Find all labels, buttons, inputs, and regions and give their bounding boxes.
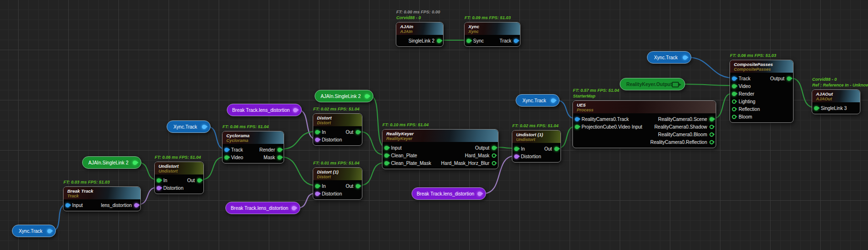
hollow-port-pin-green[interactable] — [732, 107, 736, 111]
input-group: In — [316, 130, 326, 135]
hollow-port-pin-green[interactable] — [732, 115, 736, 119]
port-pin-green[interactable] — [732, 92, 736, 96]
port-pin-purple[interactable] — [514, 154, 519, 159]
wire-green[interactable] — [281, 131, 316, 149]
node-ajaout[interactable]: AJAOutAJAOutSingleLink 3 — [812, 89, 860, 114]
pill-port-pin-blue[interactable] — [202, 125, 206, 129]
wire-blue[interactable] — [688, 57, 733, 78]
port-pin-green[interactable] — [197, 178, 201, 183]
node-realitykeyer[interactable]: RealityKeyerRealityKeyerInputOutputClean… — [382, 129, 498, 169]
node-subtitle: Track — [67, 194, 137, 198]
port-pin-green[interactable] — [157, 178, 161, 183]
pill-xync-track-bottom-left[interactable]: Xync.Track — [12, 225, 56, 237]
hollow-port-pin-green[interactable] — [492, 153, 496, 158]
port-pin-green[interactable] — [514, 147, 519, 151]
port-pin-green[interactable] — [356, 184, 360, 188]
node-ue5[interactable]: UE5ProcessRealityCamera0.TrackRealityCam… — [572, 100, 716, 148]
annotation-line: FT: 0.09 ms FPS: 51.03 — [465, 15, 511, 21]
pill-break-track-lens-distortion-bottom[interactable]: Break Track.lens_distortion — [412, 187, 486, 200]
port-label: Track — [499, 38, 511, 43]
port-pin-green[interactable] — [787, 76, 791, 81]
node-ajain[interactable]: AJAInAJAInSingleLink 2 — [396, 22, 444, 47]
node-xync[interactable]: XyncXyncSyncTrack — [464, 22, 520, 47]
hollow-port-pin-green[interactable] — [492, 161, 496, 165]
hollow-port-pin-green[interactable] — [709, 125, 714, 129]
wire-green[interactable] — [359, 163, 385, 185]
port-pin-green[interactable] — [224, 155, 229, 160]
wire-green[interactable] — [685, 84, 733, 86]
annotation-line: Corvid88 - 0 — [812, 76, 868, 82]
port-pin-green[interactable] — [384, 146, 389, 150]
port-pin-green[interactable] — [709, 117, 714, 121]
port-pin-green[interactable] — [466, 39, 471, 43]
node-header: RealityKeyerRealityKeyer — [382, 130, 498, 142]
node-title: Undistort (1) — [516, 132, 557, 137]
port-pin-green[interactable] — [492, 146, 496, 150]
output-group: Mask — [264, 155, 281, 160]
node-header: CycloramaCyclorama — [222, 131, 284, 144]
pill-xync-track-ue5[interactable]: Xync.Track — [516, 94, 560, 107]
node-cyclorama[interactable]: CycloramaCycloramaTrackRenderVideoMask — [222, 131, 284, 163]
pill-realitykeyer-output[interactable]: RealityKeyer.Output — [620, 78, 685, 90]
wire-green[interactable] — [359, 131, 385, 155]
output-group: RealityCamera0.Reflection — [650, 140, 713, 145]
input-group: Track — [225, 147, 243, 152]
node-break-track[interactable]: Break TrackTrackInputlens_distortion — [63, 186, 141, 211]
node-distort-1[interactable]: Distort (1)DistortInOutDistortion — [313, 167, 362, 200]
pill-xync-track-top-right[interactable]: Xync.Track — [647, 51, 691, 64]
pill-port-pin-blue[interactable] — [551, 98, 555, 103]
pill-xync-track-mid-left[interactable]: Xync.Track — [167, 120, 211, 133]
pill-port-pin-purple[interactable] — [477, 192, 482, 196]
pill-port-pin-purple[interactable] — [292, 206, 296, 210]
pill-port-pin-green[interactable] — [133, 161, 137, 165]
port-pin-green[interactable] — [356, 130, 360, 134]
hollow-port-pin-green[interactable] — [709, 132, 714, 137]
port-pin-green[interactable] — [384, 161, 389, 165]
port-row: InputOutput — [382, 144, 498, 152]
pill-ajain-singlelink2-top[interactable]: AJAIn.SingleLink 2 — [315, 90, 373, 102]
node-compositepasses[interactable]: CompositePassesCompositePassesTrackOutpu… — [730, 60, 794, 123]
node-distort[interactable]: DistortDistortInOutDistortion — [313, 113, 362, 146]
port-pin-green[interactable] — [277, 148, 282, 152]
port-pin-green[interactable] — [575, 125, 579, 129]
port-pin-blue[interactable] — [224, 148, 229, 152]
port-pin-purple[interactable] — [315, 192, 319, 196]
pill-port-pin-green[interactable] — [365, 94, 369, 98]
port-pin-blue[interactable] — [732, 76, 736, 81]
port-pin-blue[interactable] — [514, 39, 518, 43]
port-pin-green[interactable] — [315, 130, 319, 134]
port-pin-green[interactable] — [384, 153, 389, 158]
port-pin-purple[interactable] — [315, 138, 319, 142]
node-annotation: FT: 0.06 ms FPS: 51.04 — [155, 154, 201, 160]
port-pin-green[interactable] — [814, 106, 818, 110]
node-graph-canvas[interactable]: AJAInAJAInSingleLink 2FT: 0.00 ms FPS: 0… — [0, 0, 868, 250]
input-group: ProjectionCube0.Video Input — [576, 124, 642, 130]
port-pin-blue[interactable] — [65, 203, 70, 207]
output-group: Output — [475, 145, 495, 151]
wire-green[interactable] — [281, 157, 316, 185]
port-pin-green[interactable] — [437, 39, 441, 43]
node-undistort[interactable]: UndistortUndistortInOutDistortion — [154, 162, 204, 194]
port-pin-purple[interactable] — [157, 186, 161, 190]
pill-ajain-singlelink2-left[interactable]: AJAIn.SingleLink 2 — [82, 156, 141, 169]
node-body: InputOutputClean_PlateHard_MaskClean_Pla… — [382, 142, 498, 169]
pill-port-pin-purple[interactable] — [293, 108, 297, 112]
port-pin-blue[interactable] — [575, 117, 579, 121]
pill-label: Break Track.lens_distortion — [232, 108, 290, 113]
node-undistort-1[interactable]: Undistort (1)UndistortInOutDistortion — [512, 130, 561, 163]
port-pin-green[interactable] — [315, 184, 319, 188]
hollow-port-pin-green[interactable] — [732, 99, 736, 104]
output-group: Out — [187, 178, 201, 183]
pill-break-track-lens-distortion-upper[interactable]: Break Track.lens_distortion — [227, 104, 302, 116]
pill-break-track-lens-distortion-lower[interactable]: Break Track.lens_distortion — [225, 202, 300, 214]
port-pin-green[interactable] — [732, 84, 736, 88]
port-pin-purple[interactable] — [134, 203, 138, 207]
port-label: Video — [739, 84, 751, 89]
input-group: Video — [733, 84, 751, 89]
port-pin-green[interactable] — [554, 147, 559, 151]
port-pin-green[interactable] — [277, 155, 282, 160]
pill-port-pin-blue[interactable] — [683, 55, 687, 60]
annotation-line: FT: 0.03 ms FPS: 51.03 — [64, 179, 110, 185]
hollow-port-pin-green[interactable] — [709, 140, 714, 144]
pill-port-pin-blue[interactable] — [47, 229, 52, 233]
